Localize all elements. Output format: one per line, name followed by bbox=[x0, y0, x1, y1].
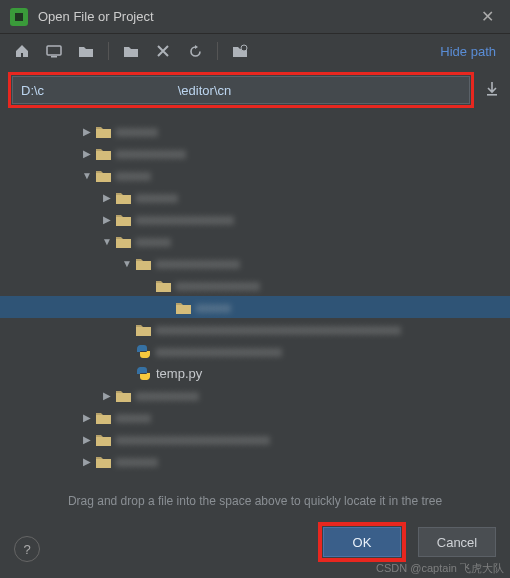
titlebar: Open File or Project ✕ bbox=[0, 0, 510, 34]
chevron-down-icon[interactable]: ▼ bbox=[80, 170, 94, 181]
chevron-down-icon[interactable]: ▼ bbox=[120, 258, 134, 269]
chevron-right-icon[interactable]: ▶ bbox=[100, 214, 114, 225]
tree-row[interactable]: ▶xxxxxx bbox=[0, 186, 510, 208]
folder-icon bbox=[94, 409, 112, 425]
ok-highlight-box: OK bbox=[318, 522, 406, 562]
folder-icon bbox=[114, 387, 132, 403]
home-icon[interactable] bbox=[8, 39, 36, 63]
svg-rect-3 bbox=[51, 56, 57, 58]
chevron-right-icon[interactable]: ▶ bbox=[100, 192, 114, 203]
tree-item-label: xxxxxxxxxxxxxxxxxxxxxxxxxxxxxxxxxxx bbox=[156, 322, 401, 337]
python-file-icon bbox=[134, 365, 152, 381]
tree-item-label: xxxxxxxxxx bbox=[116, 146, 186, 161]
tree-row[interactable]: xxxxxxxxxxxxxxxxxxxxxxxxxxxxxxxxxxx bbox=[0, 318, 510, 340]
toolbar: Hide path bbox=[0, 34, 510, 68]
tree-row[interactable]: ▼xxxxx bbox=[0, 230, 510, 252]
svg-rect-1 bbox=[15, 13, 23, 21]
help-button[interactable]: ? bbox=[14, 536, 40, 562]
show-hidden-icon[interactable] bbox=[226, 39, 254, 63]
tree-item-label: xxxxxxxxxxxx bbox=[156, 256, 240, 271]
tree-row[interactable]: ▶xxxxxxxxx bbox=[0, 384, 510, 406]
tree-item-label: xxxxxxxxx bbox=[136, 388, 199, 403]
new-folder-icon[interactable] bbox=[117, 39, 145, 63]
folder-icon bbox=[134, 321, 152, 337]
tree-row[interactable]: ▶xxxxxxxxxx bbox=[0, 142, 510, 164]
ok-button[interactable]: OK bbox=[323, 527, 401, 557]
python-file-icon bbox=[134, 343, 152, 359]
folder-icon bbox=[94, 145, 112, 161]
tree-row[interactable]: ▶xxxxxxxxxxxxxx bbox=[0, 208, 510, 230]
folder-icon bbox=[134, 255, 152, 271]
app-icon bbox=[10, 8, 28, 26]
tree-item-label: xxxxxxxxxxxxxxxxxxxxxx bbox=[116, 432, 270, 447]
window-title: Open File or Project bbox=[38, 9, 475, 24]
folder-icon bbox=[114, 233, 132, 249]
tree-row[interactable]: ▶xxxxxx bbox=[0, 450, 510, 472]
svg-point-4 bbox=[241, 45, 247, 51]
hide-path-link[interactable]: Hide path bbox=[440, 44, 502, 59]
folder-icon bbox=[94, 431, 112, 447]
path-highlight-box bbox=[8, 72, 474, 108]
tree-row[interactable]: temp.py bbox=[0, 362, 510, 384]
chevron-right-icon[interactable]: ▶ bbox=[80, 148, 94, 159]
dialog-footer: OK Cancel bbox=[0, 514, 510, 562]
chevron-right-icon[interactable]: ▶ bbox=[80, 434, 94, 445]
folder-icon bbox=[94, 453, 112, 469]
tree-item-label: xxxxxxxxxxxxxx bbox=[136, 212, 234, 227]
tree-item-label: xxxxxx bbox=[116, 124, 158, 139]
tree-row[interactable]: xxxxxxxxxxxxxxxxxx bbox=[0, 340, 510, 362]
folder-icon bbox=[114, 211, 132, 227]
tree-row[interactable]: xxxxxxxxxxxx bbox=[0, 274, 510, 296]
chevron-right-icon[interactable]: ▶ bbox=[80, 126, 94, 137]
refresh-icon[interactable] bbox=[181, 39, 209, 63]
tree-item-label: temp.py bbox=[156, 366, 202, 381]
folder-icon bbox=[174, 299, 192, 315]
svg-rect-5 bbox=[487, 94, 497, 96]
tree-row[interactable]: ▶xxxxx bbox=[0, 406, 510, 428]
history-dropdown-icon[interactable] bbox=[482, 81, 502, 100]
desktop-icon[interactable] bbox=[40, 39, 68, 63]
tree-row[interactable]: ▼xxxxx bbox=[0, 164, 510, 186]
tree-item-label: xxxxx bbox=[196, 300, 231, 315]
tree-row[interactable]: ▶xxxxxxxxxxxxxxxxxxxxxx bbox=[0, 428, 510, 450]
cancel-button[interactable]: Cancel bbox=[418, 527, 496, 557]
project-icon[interactable] bbox=[72, 39, 100, 63]
tree-item-label: xxxxxx bbox=[136, 190, 178, 205]
chevron-right-icon[interactable]: ▶ bbox=[80, 412, 94, 423]
drag-drop-hint: Drag and drop a file into the space abov… bbox=[0, 484, 510, 514]
folder-icon bbox=[114, 189, 132, 205]
tree-row-selected[interactable]: xxxxx bbox=[0, 296, 510, 318]
watermark: CSDN @captain 飞虎大队 bbox=[376, 561, 504, 576]
tree-item-label: xxxxx bbox=[136, 234, 171, 249]
chevron-right-icon[interactable]: ▶ bbox=[100, 390, 114, 401]
close-icon[interactable]: ✕ bbox=[475, 3, 500, 30]
tree-item-label: xxxxx bbox=[116, 410, 151, 425]
delete-icon[interactable] bbox=[149, 39, 177, 63]
toolbar-divider bbox=[108, 42, 109, 60]
folder-icon bbox=[94, 123, 112, 139]
file-tree[interactable]: ▶xxxxxx▶xxxxxxxxxx▼xxxxx▶xxxxxx▶xxxxxxxx… bbox=[0, 114, 510, 484]
chevron-down-icon[interactable]: ▼ bbox=[100, 236, 114, 247]
folder-icon bbox=[154, 277, 172, 293]
svg-rect-2 bbox=[47, 46, 61, 55]
toolbar-divider bbox=[217, 42, 218, 60]
tree-item-label: xxxxx bbox=[116, 168, 151, 183]
path-row bbox=[0, 68, 510, 114]
tree-item-label: xxxxxxxxxxxxxxxxxx bbox=[156, 344, 282, 359]
tree-item-label: xxxxxxxxxxxx bbox=[176, 278, 260, 293]
path-input[interactable] bbox=[12, 76, 470, 104]
folder-icon bbox=[94, 167, 112, 183]
chevron-right-icon[interactable]: ▶ bbox=[80, 456, 94, 467]
tree-item-label: xxxxxx bbox=[116, 454, 158, 469]
tree-row[interactable]: ▶xxxxxx bbox=[0, 120, 510, 142]
tree-row[interactable]: ▼xxxxxxxxxxxx bbox=[0, 252, 510, 274]
